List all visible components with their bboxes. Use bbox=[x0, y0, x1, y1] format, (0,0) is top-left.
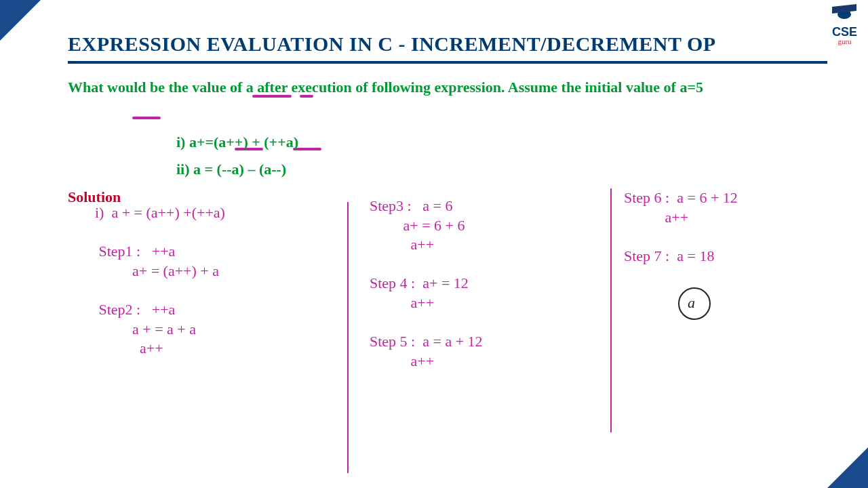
question-text: What would be the value of a after execu… bbox=[68, 76, 814, 98]
cursor-annotation: a bbox=[688, 294, 695, 312]
underline-mark bbox=[252, 95, 292, 98]
question-parts: i) a+=(a++) + (++a) ii) a = (--a) – (a--… bbox=[176, 129, 298, 182]
handwriting-column-2: Step3 : a = 6 a+ = 6 + 6 a++ Step 4 : a+… bbox=[370, 197, 600, 371]
part-i: i) a+=(a++) + (++a) bbox=[176, 129, 298, 156]
underline-mark bbox=[300, 95, 313, 98]
brand-logo: CSE guru bbox=[832, 5, 857, 45]
corner-top-left bbox=[0, 0, 41, 41]
logo-subtext: guru bbox=[832, 38, 857, 45]
graduation-cap-icon bbox=[832, 5, 856, 24]
column-divider bbox=[610, 188, 612, 432]
handwriting-column-3: Step 6 : a = 6 + 12 a++ Step 7 : a = 18 bbox=[624, 188, 841, 266]
handwriting-column-1: i) a + = (a++) +(++a) Step1 : ++a a+ = (… bbox=[95, 203, 339, 359]
underline-mark bbox=[132, 117, 161, 119]
part-ii: ii) a = (--a) – (a--) bbox=[176, 156, 298, 183]
corner-bottom-right bbox=[827, 447, 868, 488]
column-divider bbox=[347, 202, 349, 473]
slide-title: EXPRESSION EVALUATION IN C - INCREMENT/D… bbox=[68, 33, 827, 64]
logo-text: CSE bbox=[832, 26, 857, 38]
